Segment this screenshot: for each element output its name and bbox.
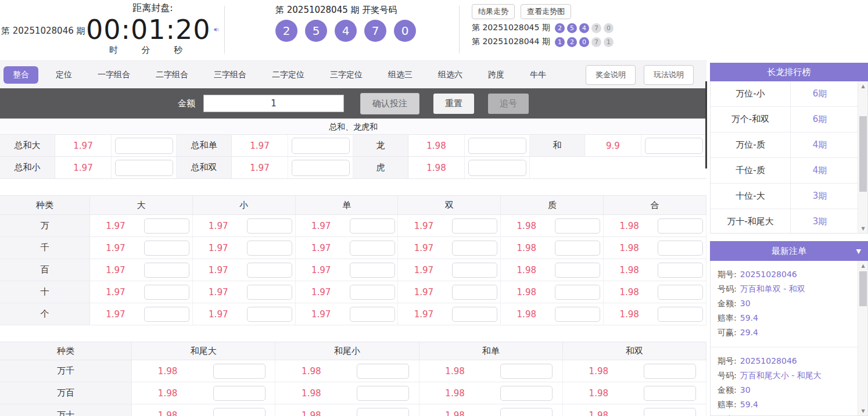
bet-amount-input[interactable] [144,285,189,300]
bet-amount-input[interactable] [468,138,526,154]
page-scrollbar-thumb[interactable] [705,81,707,168]
bet-amount-input[interactable] [500,364,553,379]
draw-ball: 2 [275,20,297,42]
speaker-icon[interactable] [213,21,220,38]
tab-erzi-dingwei[interactable]: 二字定位 [264,66,313,84]
tab-sanzi-dingwei[interactable]: 三字定位 [322,66,371,84]
bet-amount-input[interactable] [247,218,292,234]
scroll-up-icon[interactable]: ▲ [858,81,868,91]
column-header: 和单 [419,342,563,360]
amount-input[interactable] [203,95,344,112]
result-trend-button[interactable]: 结果走势 [472,4,515,19]
bet-amount-input[interactable] [645,138,703,154]
bet-amount-input[interactable] [350,285,395,300]
tab-zhenghe[interactable]: 整合 [3,66,38,84]
bet-amount-input[interactable] [247,263,292,278]
tab-erzi-zuhe[interactable]: 二字组合 [148,66,196,84]
scroll-down-icon[interactable]: ▼ [858,224,868,233]
bet-amount-input[interactable] [144,263,189,278]
scrollbar-thumb[interactable] [859,271,867,306]
bet-amount-input[interactable] [247,307,292,322]
bet-amount-input[interactable] [555,285,600,300]
collapse-panel-icon[interactable]: ▼ [856,248,861,255]
position-table-header: 种类 大 小 单 双 质 合 [0,195,706,215]
bet-amount-input[interactable] [500,386,553,401]
entry-odds-label: 赔率: [718,400,737,409]
bet-amount-input[interactable] [357,386,409,401]
bet-amount-input[interactable] [115,160,173,176]
history-ball: 2 [555,23,565,33]
bonus-info-button[interactable]: 奖金说明 [586,65,636,85]
confirm-bet-button[interactable]: 确认投注 [360,93,419,114]
bet-amount-input[interactable] [357,408,409,416]
bet-amount-input[interactable] [644,364,696,379]
tab-niuniu[interactable]: 牛牛 [522,66,554,84]
bet-amount-input[interactable] [658,307,703,322]
row-label: 万千 [0,360,132,382]
bet-amount-input[interactable] [247,241,292,256]
tab-yizi-zuhe[interactable]: 一字组合 [89,66,138,84]
draw-ball: 5 [305,20,327,42]
bet-amount-input[interactable] [350,218,395,234]
bet-amount-input[interactable] [500,408,553,416]
history-ball: 1 [604,37,614,47]
bet-amount-input[interactable] [452,218,497,234]
bet-amount-input[interactable] [213,364,266,379]
bet-amount-input[interactable] [350,241,395,256]
unit-hour: 时 [109,45,118,56]
reset-button[interactable]: 重置 [433,94,474,114]
bet-amount-input[interactable] [292,160,350,176]
view-trend-chart-button[interactable]: 查看走势图 [521,4,571,19]
row-label: 千 [0,237,90,259]
bet-amount-input[interactable] [350,307,395,322]
tab-sanzi-zuhe[interactable]: 三字组合 [206,66,254,84]
tab-kuadu[interactable]: 跨度 [480,66,512,84]
bet-amount-input[interactable] [555,307,600,322]
latest-bets-scrollbar[interactable]: ▲ ▼ [858,261,867,415]
bet-amount-input[interactable] [144,241,189,256]
bet-amount-input[interactable] [213,408,266,416]
bet-amount-input[interactable] [357,364,409,379]
bet-amount-input[interactable] [247,285,292,300]
ranking-scrollbar[interactable]: ▲ ▼ [858,81,867,233]
sum-dragon-tiger-table: 总和大 1.97 总和单 1.97 龙 1.98 和 9.9 总和小 1.97 … [0,135,706,179]
bet-amount-input[interactable] [115,138,173,154]
bet-amount-input[interactable] [144,307,189,322]
entry-amount-label: 金额: [718,385,737,395]
bet-amount-input[interactable] [292,138,350,154]
tab-dingwei[interactable]: 定位 [48,66,80,84]
bet-amount-input[interactable] [644,386,696,401]
scrollbar-thumb[interactable] [859,116,867,192]
scroll-down-icon[interactable]: ▼ [858,406,868,415]
bet-amount-input[interactable] [644,408,696,416]
tab-zuxuan-san[interactable]: 组选三 [380,66,421,84]
history-ball: 0 [604,23,614,33]
scroll-up-icon[interactable]: ▲ [858,261,868,270]
tab-zuxuan-liu[interactable]: 组选六 [430,66,471,84]
odds-value: 1.97 [398,259,449,281]
odds-value: 1.98 [419,360,491,382]
chase-number-button[interactable]: 追号 [488,94,529,114]
bet-amount-input[interactable] [658,285,703,300]
table-row: 个 1.97 1.97 1.97 1.97 1.98 1.98 [0,303,706,325]
rules-info-button[interactable]: 玩法说明 [644,65,694,85]
bet-amount-input[interactable] [658,218,703,234]
bet-amount-input[interactable] [555,218,600,234]
bet-amount-input[interactable] [452,241,497,256]
bet-amount-input[interactable] [658,263,703,278]
bet-amount-input[interactable] [213,386,266,401]
bet-amount-input[interactable] [452,307,497,322]
bet-amount-input[interactable] [468,160,526,176]
ranking-name: 万个-和双 [711,107,791,132]
bet-amount-input[interactable] [658,241,703,256]
bet-amount-input[interactable] [452,263,497,278]
ranking-row: 万个-和双 6期 [711,107,858,132]
odds-value: 1.97 [398,303,449,325]
bet-amount-input[interactable] [144,218,189,234]
odds-value: 1.98 [132,360,203,382]
bet-amount-input[interactable] [350,263,395,278]
history-ball: 0 [579,37,589,47]
bet-amount-input[interactable] [452,285,497,300]
bet-amount-input[interactable] [555,263,600,278]
bet-amount-input[interactable] [555,241,600,256]
